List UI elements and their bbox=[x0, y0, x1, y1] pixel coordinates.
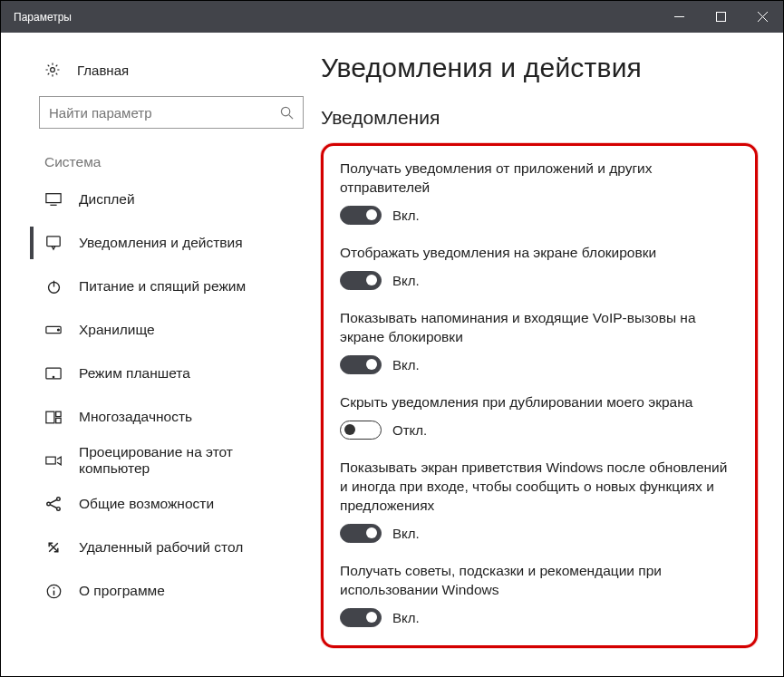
storage-icon bbox=[44, 321, 63, 339]
setting-label: Показывать напоминания и входящие VoIP-в… bbox=[340, 308, 739, 346]
toggle-state: Вкл. bbox=[392, 273, 420, 288]
window-controls bbox=[658, 1, 783, 33]
sidebar-item-display[interactable]: Дисплей bbox=[1, 178, 303, 221]
sidebar-item-label: Удаленный рабочий стол bbox=[79, 539, 243, 556]
window-title: Параметры bbox=[14, 11, 72, 24]
minimize-button[interactable] bbox=[658, 1, 700, 33]
sidebar-item-about[interactable]: О программе bbox=[1, 569, 303, 613]
sidebar-item-power[interactable]: Питание и спящий режим bbox=[1, 265, 303, 308]
power-icon bbox=[44, 277, 63, 295]
search-placeholder: Найти параметр bbox=[49, 105, 152, 121]
toggle-state: Откл. bbox=[392, 422, 427, 438]
home-label: Главная bbox=[77, 63, 129, 78]
toggle-switch[interactable] bbox=[340, 355, 382, 374]
info-icon bbox=[44, 582, 63, 600]
sidebar-item-label: Многозадачность bbox=[79, 409, 192, 425]
toggle-state: Вкл. bbox=[392, 526, 420, 541]
search-icon bbox=[280, 106, 294, 120]
sidebar-item-shared[interactable]: Общие возможности bbox=[1, 482, 303, 526]
project-icon bbox=[44, 451, 63, 469]
setting-label: Получать уведомления от приложений и дру… bbox=[340, 159, 739, 197]
setting-lockscreen-notifications: Отображать уведомления на экране блокиро… bbox=[340, 243, 739, 290]
svg-rect-3 bbox=[46, 194, 61, 203]
tablet-icon bbox=[44, 364, 63, 382]
sidebar-item-label: Хранилище bbox=[79, 322, 155, 338]
setting-tips: Получать советы, подсказки и рекомендаци… bbox=[340, 561, 739, 627]
share-icon bbox=[44, 495, 63, 513]
svg-point-14 bbox=[47, 502, 51, 506]
setting-label: Отображать уведомления на экране блокиро… bbox=[340, 243, 739, 262]
svg-point-16 bbox=[57, 508, 61, 511]
maximize-button[interactable] bbox=[700, 1, 741, 33]
setting-welcome-screen: Показывать экран приветствия Windows пос… bbox=[340, 458, 739, 543]
display-icon bbox=[44, 190, 63, 208]
close-button[interactable] bbox=[741, 1, 783, 33]
svg-rect-13 bbox=[45, 457, 54, 464]
setting-get-notifications: Получать уведомления от приложений и дру… bbox=[340, 159, 739, 225]
gear-icon bbox=[44, 62, 63, 78]
home-button[interactable]: Главная bbox=[1, 53, 303, 87]
toggle-switch[interactable] bbox=[340, 524, 382, 543]
section-heading: Уведомления bbox=[321, 107, 758, 129]
toggle-state: Вкл. bbox=[392, 610, 420, 625]
content-area: Уведомления и действия Уведомления Получ… bbox=[303, 33, 783, 676]
toggle-switch[interactable] bbox=[340, 608, 382, 627]
svg-rect-10 bbox=[46, 411, 54, 423]
toggle-state: Вкл. bbox=[392, 208, 420, 223]
svg-point-9 bbox=[53, 376, 53, 377]
svg-point-7 bbox=[58, 329, 60, 331]
remote-icon bbox=[44, 538, 63, 556]
svg-point-18 bbox=[53, 586, 54, 588]
setting-label: Скрыть уведомления при дублировании моег… bbox=[340, 392, 739, 411]
svg-rect-11 bbox=[56, 411, 61, 416]
sidebar-item-storage[interactable]: Хранилище bbox=[1, 308, 303, 352]
sidebar-item-notifications[interactable]: Уведомления и действия bbox=[1, 221, 303, 265]
toggle-switch[interactable] bbox=[340, 271, 382, 290]
toggle-switch[interactable] bbox=[340, 206, 382, 225]
sidebar-item-label: Питание и спящий режим bbox=[79, 278, 246, 295]
section-title: Система bbox=[1, 129, 303, 178]
sidebar-item-label: О программе bbox=[79, 583, 165, 599]
notification-icon bbox=[44, 234, 63, 252]
sidebar-item-label: Общие возможности bbox=[79, 496, 214, 512]
setting-voip-reminders: Показывать напоминания и входящие VoIP-в… bbox=[340, 308, 739, 374]
sidebar-item-label: Режим планшета bbox=[79, 365, 190, 382]
sidebar-item-tablet[interactable]: Режим планшета bbox=[1, 352, 303, 395]
sidebar-item-label: Уведомления и действия bbox=[79, 235, 243, 251]
settings-group: Получать уведомления от приложений и дру… bbox=[321, 143, 758, 648]
sidebar-item-label: Дисплей bbox=[79, 191, 135, 208]
sidebar-item-remote[interactable]: Удаленный рабочий стол bbox=[1, 526, 303, 569]
svg-point-15 bbox=[57, 498, 61, 501]
svg-point-2 bbox=[281, 107, 289, 115]
setting-label: Получать советы, подсказки и рекомендаци… bbox=[340, 561, 739, 599]
sidebar-item-multitask[interactable]: Многозадачность bbox=[1, 395, 303, 439]
sidebar: Главная Найти параметр Система Дисплей bbox=[1, 33, 303, 676]
search-input[interactable]: Найти параметр bbox=[39, 96, 304, 129]
titlebar: Параметры bbox=[1, 1, 783, 33]
toggle-state: Вкл. bbox=[392, 357, 420, 372]
svg-rect-4 bbox=[47, 237, 60, 247]
setting-label: Показывать экран приветствия Windows пос… bbox=[340, 458, 739, 515]
svg-rect-0 bbox=[716, 13, 725, 22]
sidebar-item-project[interactable]: Проецирование на этот компьютер bbox=[1, 439, 303, 482]
page-title: Уведомления и действия bbox=[321, 53, 758, 83]
toggle-switch[interactable] bbox=[340, 421, 382, 440]
setting-hide-when-duplicating: Скрыть уведомления при дублировании моег… bbox=[340, 392, 739, 440]
svg-point-1 bbox=[51, 68, 55, 73]
sidebar-item-label: Проецирование на этот компьютер bbox=[79, 444, 303, 477]
multitask-icon bbox=[44, 408, 63, 426]
svg-rect-12 bbox=[56, 418, 61, 422]
